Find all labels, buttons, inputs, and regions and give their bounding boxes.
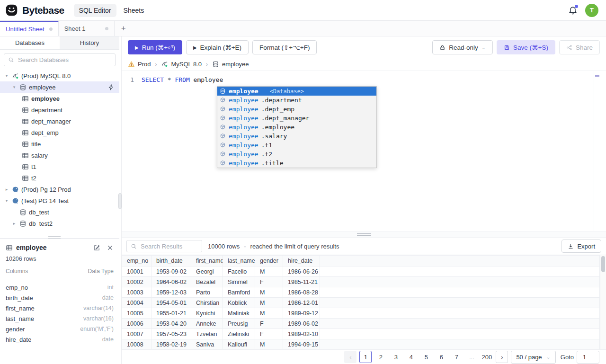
table-cell[interactable]: 1989-09-12 — [283, 308, 320, 319]
table-cell[interactable]: Facello — [223, 266, 255, 277]
page-button-6[interactable]: 6 — [435, 351, 447, 363]
tree-item-table-department[interactable]: department — [0, 104, 119, 115]
close-icon[interactable] — [107, 244, 114, 251]
table-cell[interactable]: Kyoichi — [191, 308, 223, 319]
table-row[interactable]: 100041954-05-01ChirstianKoblickM1986-12-… — [122, 298, 600, 308]
editor-minimap[interactable] — [594, 71, 599, 231]
table-cell[interactable]: 1989-02-10 — [283, 329, 320, 339]
tree-item-table-title[interactable]: title — [0, 138, 119, 150]
readonly-mode-button[interactable]: Read-only ⌄ — [432, 40, 493, 54]
table-cell[interactable]: F — [255, 277, 283, 287]
table-cell[interactable]: M — [255, 308, 283, 319]
column-header[interactable]: birth_date — [152, 256, 191, 266]
table-cell[interactable]: 1955-01-21 — [152, 308, 191, 319]
table-cell[interactable]: Bezalel — [191, 277, 223, 287]
table-cell[interactable]: Georgi — [191, 266, 223, 277]
tab-untitled-sheet[interactable]: Untitled Sheet — [0, 21, 59, 36]
search-databases-input[interactable] — [17, 56, 111, 64]
next-page-button[interactable]: › — [496, 351, 508, 363]
tab-dirty-indicator[interactable] — [105, 27, 108, 30]
table-cell[interactable]: 1957-05-23 — [152, 329, 191, 339]
caret-right-icon[interactable]: ▸ — [11, 221, 17, 226]
table-cell[interactable]: 10001 — [122, 266, 152, 277]
page-button-7[interactable]: 7 — [450, 351, 463, 363]
table-cell[interactable]: 1986-12-01 — [283, 298, 320, 308]
table-row[interactable]: 100021964-06-02BezalelSimmelF1985-11-21 — [122, 277, 600, 287]
save-button[interactable]: Save (⌘+S) — [497, 40, 555, 54]
lightning-connect-icon[interactable] — [107, 84, 115, 91]
table-cell[interactable]: Saniva — [191, 339, 223, 350]
tree-item-mysql-instance[interactable]: ▾ (Prod) MySQL 8.0 — [0, 70, 119, 81]
suggest-item[interactable]: employee.t2 — [217, 150, 376, 159]
page-button-last[interactable]: 200 — [481, 351, 493, 363]
table-cell[interactable]: 1954-05-01 — [152, 298, 191, 308]
tree-item-table-dept-manager[interactable]: dept_manager — [0, 115, 119, 127]
table-row[interactable]: 100061953-04-20AnnekePreusigF1989-06-02 — [122, 319, 600, 329]
table-cell[interactable]: M — [255, 266, 283, 277]
tree-item-table-employee[interactable]: employee — [0, 93, 119, 104]
suggest-item[interactable]: employee.dept_emp — [217, 105, 376, 114]
table-cell[interactable]: 1989-06-02 — [283, 319, 320, 329]
suggest-item-selected[interactable]: employee <Database> — [217, 87, 376, 96]
suggest-item[interactable]: employee.department — [217, 96, 376, 105]
tree-item-table-t1[interactable]: t1 — [0, 161, 119, 172]
table-cell[interactable]: 10004 — [122, 298, 152, 308]
column-header[interactable]: hire_date — [283, 256, 320, 266]
page-size-select[interactable]: 50 / page ⌄ — [511, 351, 555, 364]
table-cell[interactable]: 1953-04-20 — [152, 319, 191, 329]
tab-history[interactable]: History — [60, 36, 119, 49]
caret-down-icon[interactable]: ▾ — [4, 198, 9, 203]
tab-dirty-indicator[interactable] — [49, 27, 53, 31]
tab-databases[interactable]: Databases — [0, 36, 60, 49]
table-cell[interactable]: 1958-02-19 — [152, 339, 191, 350]
table-cell[interactable]: 1959-12-03 — [152, 287, 191, 298]
column-header[interactable]: gender — [255, 256, 283, 266]
column-header[interactable]: first_name — [191, 256, 223, 266]
sidebar-resize-handle[interactable] — [118, 193, 122, 209]
export-button[interactable]: Export — [561, 240, 601, 253]
notification-bell-icon[interactable] — [568, 6, 578, 15]
table-cell[interactable]: 10006 — [122, 319, 152, 329]
table-cell[interactable]: Anneke — [191, 319, 223, 329]
tree-item-pg14-instance[interactable]: ▾ (Test) PG 14 Test — [0, 195, 119, 206]
table-row[interactable]: 100071957-05-23TzvetanZielinskiF1989-02-… — [122, 329, 600, 339]
table-row[interactable]: 100081958-02-19SanivaKalloufiM1994-09-15 — [122, 339, 600, 350]
scrollbar-thumb[interactable] — [601, 256, 605, 272]
breadcrumb-instance[interactable]: MySQL 8.0 — [161, 61, 202, 68]
database-search[interactable] — [4, 53, 116, 66]
column-header[interactable]: emp_no — [122, 256, 152, 266]
nav-sheets[interactable]: Sheets — [118, 4, 150, 17]
caret-down-icon[interactable]: ▾ — [4, 73, 9, 78]
table-row[interactable]: 100051955-01-21KyoichiMaliniakM1989-09-1… — [122, 308, 600, 319]
prev-page-button[interactable]: ‹ — [344, 351, 356, 363]
table-cell[interactable]: 10008 — [122, 339, 152, 350]
suggest-item[interactable]: employee.employee — [217, 123, 376, 132]
tree-item-table-dept-emp[interactable]: dept_emp — [0, 127, 119, 138]
explain-button[interactable]: ▶ Explain (⌘+E) — [186, 40, 249, 54]
table-cell[interactable]: Kalloufi — [223, 339, 255, 350]
table-cell[interactable]: M — [255, 339, 283, 350]
table-cell[interactable]: Simmel — [223, 277, 255, 287]
results-splitter[interactable] — [122, 231, 606, 238]
suggest-item[interactable]: employee.salary — [217, 132, 376, 141]
table-cell[interactable]: Tzvetan — [191, 329, 223, 339]
table-cell[interactable]: Chirstian — [191, 298, 223, 308]
table-cell[interactable]: 1986-08-28 — [283, 287, 320, 298]
run-button[interactable]: ▶ Run (⌘+⏎) — [128, 40, 182, 54]
table-cell[interactable]: 10002 — [122, 277, 152, 287]
page-button-5[interactable]: 5 — [420, 351, 432, 363]
table-cell[interactable]: Koblick — [223, 298, 255, 308]
avatar[interactable]: T — [585, 4, 598, 17]
page-button-3[interactable]: 3 — [390, 351, 402, 363]
tree-item-table-t2[interactable]: t2 — [0, 172, 119, 184]
caret-down-icon[interactable]: ▾ — [11, 85, 17, 89]
share-button[interactable]: Share — [559, 40, 600, 54]
add-sheet-button[interactable]: + — [115, 21, 133, 36]
suggest-item[interactable]: employee.t1 — [217, 141, 376, 150]
table-cell[interactable]: M — [255, 287, 283, 298]
table-cell[interactable]: 10005 — [122, 308, 152, 319]
breadcrumb-database[interactable]: employee — [212, 61, 249, 68]
table-cell[interactable]: F — [255, 319, 283, 329]
table-cell[interactable]: Preusig — [223, 319, 255, 329]
nav-sql-editor[interactable]: SQL Editor — [74, 4, 116, 17]
